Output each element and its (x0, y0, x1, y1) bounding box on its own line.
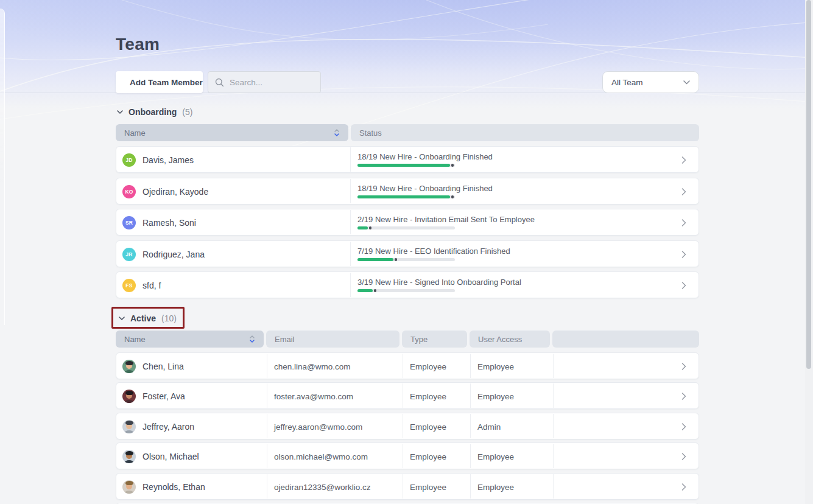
chevron-down-icon (117, 110, 123, 114)
progress-fill (357, 226, 368, 229)
active-table-row[interactable]: Foster, Ava foster.ava@wmo.com Employee … (116, 382, 699, 409)
chevron-right-icon (681, 423, 686, 430)
add-team-member-button[interactable]: Add Team Member (116, 71, 203, 93)
column-header-name[interactable]: Name (116, 331, 264, 348)
column-separator (470, 474, 471, 499)
chevron-right-icon (681, 483, 686, 491)
chevron-down-icon (119, 317, 125, 320)
avatar-initials: FS (122, 279, 136, 292)
column-separator (403, 354, 403, 378)
annotation-highlight-box: Active (10) (111, 307, 185, 329)
sort-icon (249, 335, 255, 343)
status-text: 3/19 New Hire - Signed Into Onboarding P… (357, 278, 521, 287)
avatar-initials: SR (122, 216, 136, 229)
member-name: Ojediran, Kayode (143, 187, 208, 197)
member-user-access: Employee (477, 483, 514, 492)
progress-fill (357, 164, 450, 167)
sort-icon (334, 128, 340, 137)
progress-bar (357, 258, 455, 261)
progress-step-marker (369, 226, 371, 229)
chevron-right-icon (681, 282, 686, 289)
vertical-scrollbar[interactable] (805, 0, 813, 504)
avatar-initials: KO (122, 185, 136, 198)
column-separator (267, 444, 267, 468)
member-email: olson.michael@wmo.com (274, 452, 368, 461)
avatar-photo (122, 420, 136, 433)
avatar-initials: JD (122, 153, 136, 167)
column-header-status: Status (351, 124, 699, 141)
avatar-initials: JR (122, 248, 136, 261)
onboarding-table-row[interactable]: KO Ojediran, Kayode 18/19 New Hire - Onb… (116, 178, 699, 205)
chevron-right-icon (681, 219, 686, 226)
member-type: Employee (410, 452, 446, 461)
team-page: Team Add Team Member All Team (0, 0, 813, 504)
active-table-row[interactable]: Olson, Michael olson.michael@wmo.com Emp… (116, 443, 699, 469)
column-separator (553, 474, 554, 499)
column-separator (267, 354, 267, 378)
member-user-access: Admin (477, 422, 501, 432)
active-section-count: (10) (161, 313, 177, 323)
search-box[interactable] (208, 71, 321, 93)
column-separator (350, 179, 351, 203)
progress-step-marker (395, 258, 397, 261)
onboarding-table-row[interactable]: JR Rodriguez, Jana 7/19 New Hire - EEO I… (116, 240, 699, 267)
column-separator (350, 273, 351, 297)
member-type: Employee (410, 362, 446, 371)
column-header-user-access: User Access (470, 331, 550, 348)
onboarding-section-toggle[interactable]: Onboarding (5) (117, 107, 192, 117)
member-name: Foster, Ava (143, 391, 185, 401)
onboarding-table: JD Davis, James 18/19 New Hire - Onboard… (116, 146, 699, 298)
progress-bar (357, 195, 455, 198)
active-section-toggle[interactable]: Active (10) (119, 313, 177, 323)
column-separator (403, 383, 403, 408)
active-table-row[interactable]: Chen, Lina chen.lina@wmo.com Employee Em… (116, 352, 699, 379)
column-header-name[interactable]: Name (116, 124, 348, 141)
column-separator (403, 474, 403, 499)
chevron-right-icon (681, 188, 686, 195)
column-header-email: Email (266, 331, 399, 348)
onboarding-table-row[interactable]: JD Davis, James 18/19 New Hire - Onboard… (116, 146, 699, 173)
progress-bar (357, 164, 455, 167)
column-separator (553, 414, 554, 438)
column-separator (470, 444, 471, 468)
add-team-member-label: Add Team Member (130, 78, 203, 87)
chevron-right-icon (681, 453, 686, 460)
left-panel-edge (0, 9, 5, 325)
progress-step-marker (374, 289, 376, 292)
avatar-photo (122, 450, 136, 463)
active-table-row[interactable]: Reynolds, Ethan ojediran12335@worklio.cz… (116, 473, 699, 500)
active-section-label: Active (130, 313, 156, 323)
status-text: 2/19 New Hire - Invitation Email Sent To… (357, 215, 535, 224)
progress-step-marker (451, 164, 454, 167)
member-name: Chen, Lina (143, 362, 184, 371)
column-separator (350, 147, 351, 172)
progress-bar (357, 226, 455, 229)
search-icon (215, 78, 224, 87)
member-name: Davis, James (143, 155, 194, 165)
page-title: Team (116, 35, 160, 54)
column-separator (470, 354, 471, 378)
scrollbar-thumb[interactable] (806, 0, 811, 369)
team-filter-dropdown[interactable]: All Team (602, 71, 699, 93)
member-user-access: Employee (477, 392, 514, 401)
avatar-photo (122, 480, 136, 494)
column-separator (403, 444, 403, 468)
chevron-down-icon (683, 80, 690, 85)
active-table-header: Name Email Type User Access (116, 331, 699, 348)
avatar-photo (122, 390, 136, 403)
member-name: Reynolds, Ethan (143, 482, 205, 492)
column-separator (470, 414, 471, 438)
member-email: chen.lina@wmo.com (274, 362, 351, 371)
column-separator (553, 383, 554, 408)
onboarding-table-row[interactable]: SR Ramesh, Soni 2/19 New Hire - Invitati… (116, 209, 699, 236)
status-text: 18/19 New Hire - Onboarding Finished (357, 184, 493, 193)
column-separator (267, 383, 267, 408)
chevron-right-icon (681, 393, 686, 400)
search-input[interactable] (230, 78, 309, 87)
active-table-row[interactable]: Jeffrey, Aaron jeffrey.aaron@wmo.com Emp… (116, 413, 699, 439)
column-separator (267, 414, 267, 438)
member-name: Rodriguez, Jana (143, 250, 205, 259)
status-text: 7/19 New Hire - EEO Identification Finis… (357, 247, 510, 256)
column-separator (350, 210, 351, 234)
onboarding-table-row[interactable]: FS sfd, f 3/19 New Hire - Signed Into On… (116, 271, 699, 298)
